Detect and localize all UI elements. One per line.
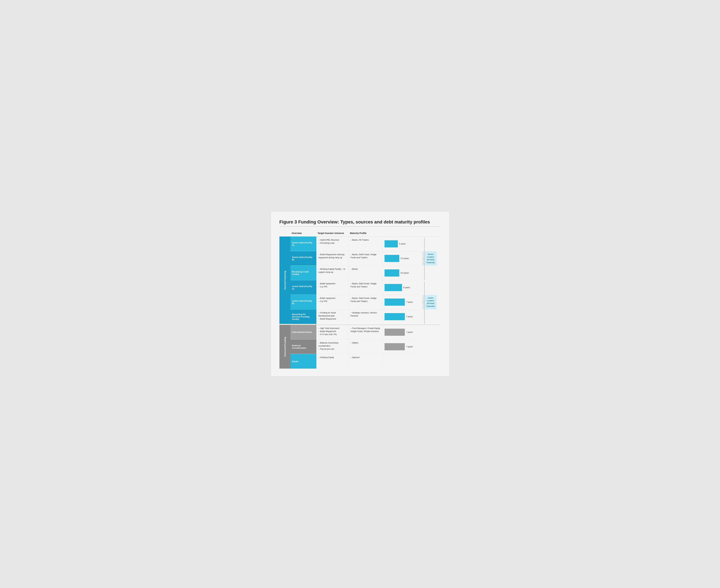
header-col2: Overview (291, 231, 316, 235)
maturity-bar (384, 284, 402, 291)
row-overview: – Hybrid RBL Structure – Amortising Loan (316, 236, 349, 251)
row-investors: – Banks, Oil Traders (349, 236, 383, 251)
header-col4: Maturity Profile (349, 231, 383, 235)
row-overview: – Bullet repayment – 2-yr PIK (316, 280, 349, 295)
row-name: Revolving Credit Facility (291, 266, 316, 280)
row-investors: – Strategic Investors, Service Partners (349, 309, 383, 324)
section-label-secured: Secured Financing (279, 236, 291, 324)
secured-rows: Senior Debt (Facility A) – Hybrid RBL St… (291, 236, 421, 324)
row-overview: – Bullet repayment – 2-yr PIK (316, 295, 349, 309)
maturity-bar (384, 329, 405, 336)
maturity-bar (384, 240, 398, 247)
row-maturity: 5 years (383, 236, 421, 251)
table-row: Deferred Consideration – Balance of purc… (291, 339, 421, 354)
row-investors: – Fund Managers, Private Equity, Hedge F… (349, 325, 383, 339)
row-investors: – Banks, Debt Funds, Hedge Funds and Tra… (349, 280, 383, 295)
row-maturity: 5.5 years (383, 266, 421, 280)
row-maturity: 7 years (383, 295, 421, 309)
table-row: Junior Debt (Facility B) – Bullet repaym… (291, 295, 421, 309)
row-maturity: 7 years (383, 339, 421, 354)
row-name: Junior Debt (Facility A) (291, 280, 316, 295)
row-name: Senior Debt (Facility B) (291, 251, 316, 266)
row-name: Senior Debt (Facility A) (291, 236, 316, 251)
row-name: Revolving Oil Services Funding Facility (291, 309, 316, 324)
table-row: Revolving Oil Services Funding Facility … (291, 309, 421, 324)
row-investors: – Sellers (349, 339, 383, 354)
row-investors: – Banks (349, 266, 383, 280)
maturity-bar (384, 313, 405, 320)
section-secured: Secured Financing Senior Debt (Facility … (279, 236, 441, 324)
maturity-bar (384, 255, 399, 262)
row-maturity: 7 years (383, 309, 421, 324)
maturity-bar (384, 343, 405, 350)
row-overview: – Balance of purchase consideration – Pa… (316, 339, 349, 354)
row-maturity: 6 years (383, 280, 421, 295)
table-row: Senior Debt (Facility A) – Hybrid RBL St… (291, 236, 421, 251)
table: Overview Target Investor Universe Maturi… (279, 231, 441, 369)
lenders-col: SeniorLenders(1P DebtCapacity) JuniorLen… (421, 236, 441, 324)
row-name: Deferred Consideration (291, 339, 316, 354)
row-name: Subordinated Notes (291, 325, 316, 339)
row-overview: – Bullet Repayment reducing repayment du… (316, 251, 349, 266)
table-row: Subordinated Notes – High Yield Instrume… (291, 325, 421, 339)
section-unsecured: Unsecured Funding Subordinated Notes – H… (279, 324, 441, 369)
section-label-unsecured: Unsecured Funding (279, 325, 291, 369)
maturity-bar (384, 298, 405, 306)
header-col5 (383, 231, 441, 235)
header-col3: Target Investor Universe (316, 231, 349, 235)
header-spacer1 (279, 231, 291, 235)
table-header: Overview Target Investor Universe Maturi… (279, 231, 441, 236)
senior-lender-label: SeniorLenders(1P DebtCapacity) (424, 251, 437, 266)
row-overview: – Ordinary Equity (316, 354, 349, 369)
junior-lender-label: JuniorLenders(2P DebtCapacity) (424, 295, 437, 309)
row-maturity: 7 years (383, 325, 421, 339)
page-title: Figure 3 Funding Overview: Types, source… (279, 219, 441, 225)
junior-lender-bracket: JuniorLenders(2P DebtCapacity) (422, 280, 441, 324)
table-row: Senior Debt (Facility B) – Bullet Repaym… (291, 251, 421, 266)
row-investors: – Banks, Debt Funds, Hedge Funds and Tra… (349, 295, 383, 309)
row-overview: – High Yield Instrument – Bullet Repayme… (316, 325, 349, 339)
row-investors: – Banks, Debt Funds, Hedge Funds and Tra… (349, 251, 383, 266)
table-row: Junior Debt (Facility A) – Bullet repaym… (291, 280, 421, 295)
table-row: Equity – Ordinary Equity – Sponsor (291, 354, 421, 369)
table-row: Revolving Credit Facility – Working Capi… (291, 266, 421, 280)
maturity-bar (384, 269, 399, 276)
row-name: Junior Debt (Facility B) (291, 295, 316, 309)
senior-lender-bracket: SeniorLenders(1P DebtCapacity) (422, 236, 441, 280)
row-overview: – Working Capital Facility – to support … (316, 266, 349, 280)
main-card: Figure 3 Funding Overview: Types, source… (271, 212, 449, 376)
row-overview: – Funding for Asset Development plan – B… (316, 309, 349, 324)
unsecured-rows: Subordinated Notes – High Yield Instrume… (291, 325, 421, 369)
row-investors: – Sponsor (349, 354, 383, 369)
unsecured-lenders-spacer (421, 325, 441, 369)
row-maturity (383, 354, 421, 369)
row-name: Equity (291, 354, 316, 369)
row-maturity: 5.5 years (383, 251, 421, 266)
